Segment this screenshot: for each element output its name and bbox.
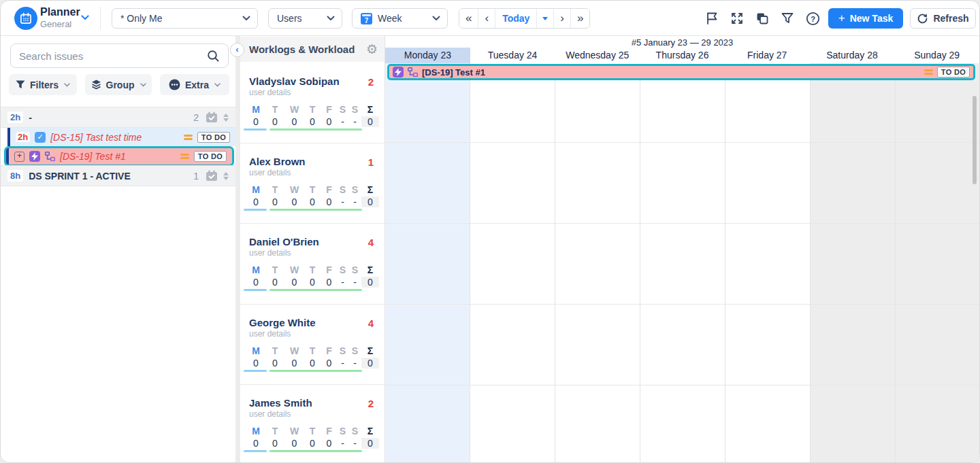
calendar-panel: #5 January 23 — 29 2023 Monday 23 Tuesda… bbox=[385, 36, 979, 462]
prev-week-double-button[interactable]: « bbox=[459, 9, 478, 28]
scheduled-calendar-icon[interactable] bbox=[206, 112, 218, 123]
weekday-letters: MTWTFSSΣ bbox=[247, 345, 379, 356]
view-mode-select[interactable]: 7 Week bbox=[352, 8, 448, 29]
status-badge: TO DO bbox=[194, 151, 227, 162]
user-task-count: 2 bbox=[368, 76, 374, 88]
caret-down-icon bbox=[64, 83, 70, 87]
gear-icon[interactable]: ⚙ bbox=[366, 41, 378, 57]
planner-logo[interactable] bbox=[14, 7, 37, 30]
calendar-icon bbox=[19, 12, 33, 25]
priority-medium-icon bbox=[180, 154, 189, 159]
extra-button[interactable]: Extra bbox=[160, 74, 229, 95]
funnel-icon bbox=[16, 80, 25, 89]
user-name[interactable]: Daniel O'Brien bbox=[249, 236, 319, 247]
caret-down-icon bbox=[542, 17, 548, 23]
fullscreen-icon[interactable] bbox=[730, 11, 745, 26]
refresh-button[interactable]: Refresh bbox=[910, 8, 976, 29]
weekday-letters: MTWTFSSΣ bbox=[247, 184, 379, 195]
sort-arrows-icon[interactable] bbox=[223, 111, 229, 124]
expand-plus-icon[interactable]: + bbox=[14, 152, 24, 162]
users-select[interactable]: Users bbox=[268, 8, 342, 29]
topbar-divider bbox=[100, 7, 101, 30]
week-underline bbox=[270, 209, 362, 211]
monday-underline bbox=[244, 370, 267, 372]
chevron-down-icon[interactable] bbox=[81, 15, 89, 20]
user-task-count: 1 bbox=[368, 156, 374, 168]
next-week-double-button[interactable]: » bbox=[571, 9, 589, 28]
panel-divider[interactable] bbox=[235, 36, 240, 462]
vertical-scrollbar[interactable] bbox=[973, 96, 977, 184]
search-input[interactable] bbox=[19, 50, 207, 62]
group-count: 2 bbox=[193, 112, 199, 123]
calendar-column-saturday[interactable] bbox=[811, 63, 896, 462]
topbar: Planner General * Only Me Users 7 Week «… bbox=[1, 1, 979, 36]
issue-row-ds19-selected[interactable]: + [DS-19] Test #1 TO DO bbox=[4, 146, 234, 167]
copy-icon[interactable] bbox=[755, 11, 770, 26]
refresh-icon bbox=[917, 13, 928, 24]
flag-icon[interactable] bbox=[704, 11, 719, 26]
workload-values: 00000--0 bbox=[247, 358, 379, 368]
row-gridline bbox=[385, 385, 979, 385]
day-header-monday[interactable]: Monday 23 bbox=[385, 48, 470, 63]
issue-row-ds15[interactable]: 2h ✓ [DS-15] Tast test time TO DO bbox=[7, 128, 235, 146]
calendar-column-tuesday[interactable] bbox=[470, 63, 555, 462]
app-switcher[interactable]: Planner General bbox=[40, 6, 80, 29]
workload-panel: Worklogs & Workload ⚙ Vladyslav Sobipan … bbox=[240, 36, 385, 462]
week-calendar-icon: 7 bbox=[361, 13, 372, 24]
chevron-down-icon bbox=[327, 16, 335, 21]
scope-select-value: * Only Me bbox=[120, 13, 242, 24]
user-name[interactable]: George White bbox=[249, 317, 316, 328]
user-details-link[interactable]: user details bbox=[249, 88, 291, 97]
today-dropdown-caret[interactable] bbox=[537, 9, 554, 28]
calendar-column-wednesday[interactable] bbox=[555, 63, 640, 462]
issue-row-ds19[interactable]: + [DS-19] Test #1 TO DO bbox=[6, 148, 232, 165]
user-details-link[interactable]: user details bbox=[249, 329, 291, 339]
row-gridline bbox=[385, 223, 979, 224]
next-week-button[interactable]: › bbox=[554, 9, 571, 28]
user-name[interactable]: Vladyslav Sobipan bbox=[249, 75, 340, 87]
search-icon[interactable] bbox=[207, 50, 220, 63]
refresh-label: Refresh bbox=[933, 13, 968, 24]
scheduled-calendar-icon[interactable] bbox=[206, 170, 218, 182]
user-name[interactable]: Alex Brown bbox=[249, 156, 306, 167]
new-task-button[interactable]: + New Task bbox=[828, 8, 903, 29]
user-card: Vladyslav Sobipan 2 user details MTWTFSS… bbox=[240, 63, 385, 143]
workload-values: 00000--0 bbox=[247, 116, 379, 127]
filters-button[interactable]: Filters bbox=[9, 74, 77, 95]
issue-group-header[interactable]: 2h - 2 bbox=[1, 107, 235, 128]
calendar-column-thursday[interactable] bbox=[640, 63, 725, 462]
day-header-tuesday[interactable]: Tuesday 24 bbox=[470, 48, 555, 63]
calendar-column-friday[interactable] bbox=[725, 63, 811, 462]
sort-arrows-icon[interactable] bbox=[223, 169, 229, 183]
scheduled-task-bar-ds19[interactable]: [DS-19] Test #1 TO DO bbox=[387, 64, 975, 80]
day-header-wednesday[interactable]: Wednesday 25 bbox=[555, 48, 640, 63]
user-details-link[interactable]: user details bbox=[249, 248, 291, 258]
help-icon[interactable]: ? bbox=[805, 11, 820, 26]
prev-week-button[interactable]: ‹ bbox=[478, 9, 495, 28]
monday-underline bbox=[244, 209, 267, 211]
collapse-sidebar-button[interactable]: ‹ bbox=[230, 43, 244, 57]
day-header-thursday[interactable]: Thursday 26 bbox=[640, 48, 725, 63]
group-button[interactable]: Group bbox=[85, 74, 152, 95]
week-underline bbox=[270, 289, 362, 291]
user-details-link[interactable]: user details bbox=[249, 409, 291, 419]
caret-down-icon bbox=[214, 83, 220, 87]
workload-header: Worklogs & Workload ⚙ bbox=[240, 37, 385, 62]
day-header-sunday[interactable]: Sunday 29 bbox=[894, 48, 979, 63]
weekday-letters: MTWTFSSΣ bbox=[247, 426, 379, 436]
day-header-friday[interactable]: Friday 27 bbox=[725, 48, 810, 63]
checkbox-checked-icon[interactable]: ✓ bbox=[35, 132, 46, 143]
page-subtitle: General bbox=[40, 19, 80, 29]
user-details-link[interactable]: user details bbox=[249, 168, 291, 177]
day-header-saturday[interactable]: Saturday 28 bbox=[810, 48, 895, 63]
today-button[interactable]: Today bbox=[495, 9, 537, 28]
monday-underline bbox=[244, 289, 267, 291]
scope-select[interactable]: * Only Me bbox=[112, 8, 258, 29]
sprint-group-header[interactable]: 8h DS SPRINT 1 - ACTIVE 1 bbox=[1, 165, 235, 186]
chevron-down-icon bbox=[432, 16, 440, 21]
filter-funnel-icon[interactable] bbox=[780, 11, 795, 26]
week-underline bbox=[270, 450, 362, 452]
user-name[interactable]: James Smith bbox=[249, 397, 312, 409]
calendar-column-monday[interactable] bbox=[385, 63, 470, 462]
calendar-column-sunday[interactable] bbox=[896, 63, 980, 462]
